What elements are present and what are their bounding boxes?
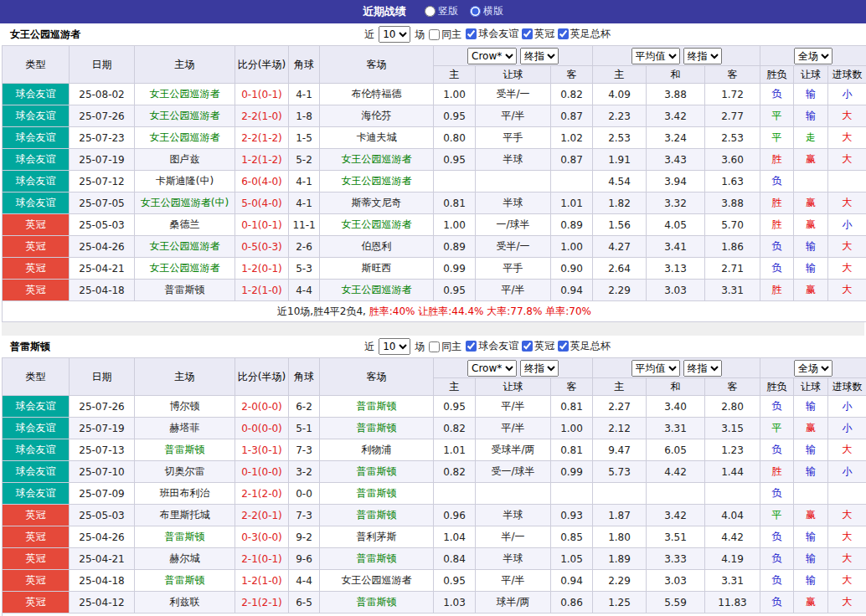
result-handicap bbox=[794, 483, 828, 505]
league-filter[interactable]: 球会友谊 bbox=[466, 27, 518, 41]
odds-home bbox=[434, 483, 476, 505]
odds-home: 0.95 bbox=[434, 149, 476, 171]
avg-away-odds: 1.63 bbox=[705, 171, 760, 192]
away-team: 普雷斯顿 bbox=[320, 418, 434, 439]
avg-away-odds: 1.23 bbox=[705, 439, 760, 461]
home-team: 普雷斯顿 bbox=[135, 439, 235, 461]
same-home-filter[interactable]: 同主 bbox=[429, 28, 461, 42]
league-filter[interactable]: 英足总杯 bbox=[558, 339, 611, 353]
avg-draw-odds: 6.05 bbox=[647, 439, 705, 461]
league-checkbox[interactable] bbox=[558, 341, 569, 352]
odds-header: Crow*终指 bbox=[434, 358, 593, 378]
col-away: 客场 bbox=[320, 358, 434, 396]
odds-kind-select[interactable]: 终指 bbox=[520, 48, 559, 64]
odds-away: 0.85 bbox=[551, 526, 593, 548]
score: 1-3(0-1) bbox=[235, 439, 289, 461]
match-count-select[interactable]: 10 bbox=[379, 26, 410, 43]
odds-handicap: 平/半 bbox=[476, 105, 551, 127]
match-date: 25-08-02 bbox=[70, 84, 135, 105]
matches-label: 场 bbox=[415, 340, 425, 354]
match-count-select[interactable]: 10 bbox=[379, 338, 410, 355]
match-date: 25-07-13 bbox=[70, 439, 135, 461]
layout-radio[interactable] bbox=[425, 6, 436, 17]
corners: 3-2 bbox=[289, 461, 320, 483]
same-home-checkbox[interactable] bbox=[429, 29, 440, 40]
col-date: 日期 bbox=[70, 358, 135, 396]
match-type-badge: 球会友谊 bbox=[3, 396, 70, 418]
layout-radio[interactable] bbox=[470, 6, 481, 17]
result-handicap: 输 bbox=[794, 258, 828, 280]
avg-draw-odds bbox=[647, 483, 705, 505]
result-goals: 小 bbox=[828, 418, 866, 439]
avg-kind-select[interactable]: 终指 bbox=[683, 360, 722, 377]
odds-home: 0.95 bbox=[434, 280, 476, 301]
layout-radio-option[interactable]: 横版 bbox=[470, 4, 503, 18]
avg-draw-odds: 3.94 bbox=[647, 171, 705, 192]
league-filter[interactable]: 英足总杯 bbox=[558, 27, 611, 41]
avg-home-odds: 1.91 bbox=[593, 149, 647, 171]
score: 0-5(0-3) bbox=[235, 236, 289, 258]
odds-handicap: 一/球半 bbox=[476, 214, 551, 236]
fullmatch-select[interactable]: 全场 bbox=[794, 360, 832, 377]
avg-home-odds: 9.47 bbox=[593, 439, 647, 461]
col-home: 主场 bbox=[135, 46, 235, 84]
corners: 4-1 bbox=[289, 192, 320, 214]
match-type-badge: 球会友谊 bbox=[3, 84, 70, 105]
result-handicap: 输 bbox=[794, 236, 828, 258]
avg-draw-odds: 3.03 bbox=[647, 570, 705, 592]
odds-away bbox=[551, 171, 593, 192]
result-handicap: 赢 bbox=[794, 418, 828, 439]
match-row: 英冠 25-04-12 利兹联 2-1(2-1) 6-5 普雷斯顿 1.03 球… bbox=[3, 592, 866, 613]
odds-source-select[interactable]: Crow* bbox=[467, 48, 517, 64]
corners: 4-4 bbox=[289, 280, 320, 301]
odds-source-select[interactable]: Crow* bbox=[467, 360, 517, 377]
odds-handicap: 平/半 bbox=[476, 570, 551, 592]
odds-home: 1.00 bbox=[434, 214, 476, 236]
avg-home-odds: 2.27 bbox=[593, 396, 647, 418]
score: 0-3(0-0) bbox=[235, 526, 289, 548]
league-checkbox[interactable] bbox=[558, 28, 569, 39]
league-filter[interactable]: 球会友谊 bbox=[466, 339, 518, 353]
league-checkbox[interactable] bbox=[522, 28, 533, 39]
layout-radio-option[interactable]: 竖版 bbox=[425, 4, 458, 18]
odds-home: 0.89 bbox=[434, 236, 476, 258]
away-team: 普雷斯顿 bbox=[320, 396, 434, 418]
corners: 9-6 bbox=[289, 548, 320, 570]
same-home-checkbox[interactable] bbox=[429, 341, 440, 352]
away-team: 普雷斯顿 bbox=[320, 505, 434, 526]
avg-away-odds: 1.72 bbox=[705, 84, 760, 105]
match-type-badge: 球会友谊 bbox=[3, 461, 70, 483]
result-wdl: 负 bbox=[760, 171, 794, 192]
home-team: 桑德兰 bbox=[135, 214, 235, 236]
corners: 9-2 bbox=[289, 526, 320, 548]
match-date: 25-04-18 bbox=[70, 570, 135, 592]
result-handicap: 赢 bbox=[794, 192, 828, 214]
result-goals: 大 bbox=[828, 280, 866, 301]
home-team: 女王公园巡游者 bbox=[135, 105, 235, 127]
avg-source-select[interactable]: 平均值 bbox=[631, 360, 680, 377]
league-checkbox[interactable] bbox=[466, 28, 477, 39]
league-filter[interactable]: 英冠 bbox=[522, 339, 554, 353]
fullmatch-select[interactable]: 全场 bbox=[794, 48, 832, 64]
corners: 4-4 bbox=[289, 570, 320, 592]
odds-away: 1.00 bbox=[551, 236, 593, 258]
avg-away-odds: 3.88 bbox=[705, 192, 760, 214]
league-checkbox[interactable] bbox=[522, 341, 533, 352]
result-wdl: 负 bbox=[760, 258, 794, 280]
avg-away-odds bbox=[705, 483, 760, 505]
avg-source-select[interactable]: 平均值 bbox=[631, 48, 680, 64]
match-date: 25-07-26 bbox=[70, 105, 135, 127]
sub-odds-home: 主 bbox=[434, 378, 476, 396]
odds-kind-select[interactable]: 终指 bbox=[520, 360, 559, 377]
avg-kind-select[interactable]: 终指 bbox=[683, 48, 722, 64]
score: 1-2(0-1) bbox=[235, 258, 289, 280]
away-team: 斯旺西 bbox=[320, 258, 434, 280]
avg-draw-odds: 3.24 bbox=[647, 127, 705, 149]
avg-home-odds: 2.29 bbox=[593, 570, 647, 592]
home-team: 赫尔城 bbox=[135, 548, 235, 570]
league-checkbox[interactable] bbox=[466, 341, 477, 352]
same-home-filter[interactable]: 同主 bbox=[429, 340, 461, 354]
league-filter[interactable]: 英冠 bbox=[522, 27, 554, 41]
avg-away-odds: 1.44 bbox=[705, 461, 760, 483]
avg-away-odds: 2.71 bbox=[705, 258, 760, 280]
